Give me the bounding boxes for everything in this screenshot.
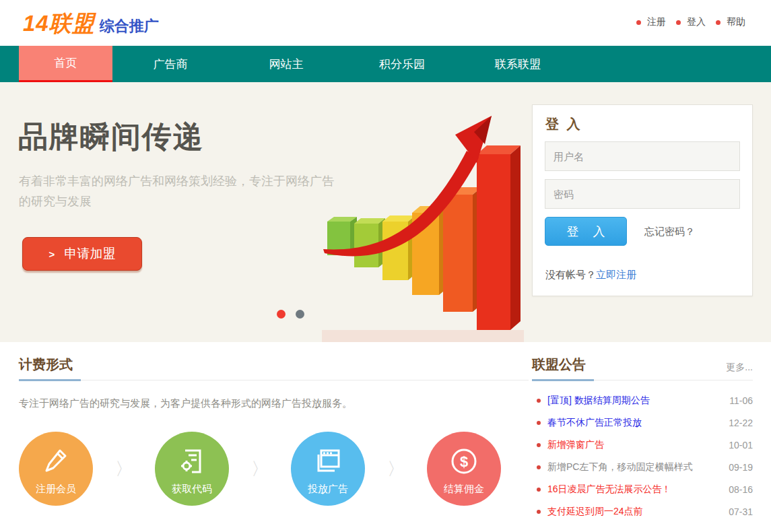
bottom-section: 计费形式 专注于网络广告的研究与发展，为客户提供各种形式的网络广告投放服务。 注… [0, 342, 771, 523]
growth-chart-illustration [315, 90, 537, 342]
hero-title: 品牌瞬间传递 [18, 117, 204, 157]
more-link[interactable]: 更多... [726, 362, 753, 374]
register-link[interactable]: 注册 [647, 16, 666, 28]
announcement-row: 新增PC左下角，移动固定横幅样式 09-19 [532, 456, 753, 478]
announcement-link[interactable]: 新增PC左下角，移动固定横幅样式 [547, 461, 723, 473]
billing-description: 专注于网络广告的研究与发展，为客户提供各种形式的网络广告投放服务。 [19, 397, 529, 410]
announcement-row: 16日凌晨广告无法展示公告！ 08-16 [532, 478, 753, 500]
carousel-dots [277, 310, 304, 319]
billing-title: 计费形式 [19, 356, 73, 374]
password-input[interactable] [545, 179, 740, 209]
nav-tab-points[interactable]: 积分乐园 [344, 46, 460, 82]
carousel-dot[interactable] [296, 310, 304, 319]
help-link[interactable]: 帮助 [727, 16, 745, 28]
nav-tab-home[interactable]: 首页 [19, 46, 112, 82]
bullet-icon [636, 20, 641, 25]
bullet-icon [676, 20, 681, 25]
bullet-icon [537, 488, 541, 492]
forgot-password-link[interactable]: 忘记密码？ [644, 226, 695, 238]
announcement-row: [置顶] 数据结算周期公告 11-06 [532, 389, 753, 411]
step-get-code[interactable]: 获取代码 [155, 432, 229, 506]
logo-secondary-text: 综合推广 [100, 16, 159, 36]
announcements-section-head: 联盟公告 更多... [532, 356, 753, 380]
step-label: 投放广告 [291, 483, 365, 496]
register-now-link[interactable]: 立即注册 [596, 269, 636, 280]
step-label: 获取代码 [155, 483, 229, 496]
announcement-link[interactable]: 16日凌晨广告无法展示公告！ [547, 484, 723, 496]
bullet-icon [537, 510, 541, 514]
login-submit-button[interactable]: 登 入 [545, 217, 627, 246]
announcement-date: 08-16 [729, 484, 753, 495]
step-label: 注册会员 [19, 483, 93, 496]
announcement-date: 10-01 [729, 440, 753, 451]
main-nav: 首页 广告商 网站主 积分乐园 联系联盟 [0, 46, 771, 82]
login-panel-title: 登 入 [545, 115, 582, 133]
apply-join-label: 申请加盟 [64, 245, 115, 263]
announcements-title: 联盟公告 [532, 356, 586, 374]
announcement-row: 春节不休广告正常投放 12-22 [532, 411, 753, 434]
step-place-ads[interactable]: 投放广告 [291, 432, 365, 506]
bullet-icon [537, 443, 541, 447]
announcement-date: 12-22 [729, 418, 753, 428]
chevron-right-icon: 〉 [115, 457, 133, 481]
header-links: 注册 登入 帮助 [636, 16, 749, 28]
nav-tab-advertisers[interactable]: 广告商 [112, 46, 228, 82]
announcement-row: 支付延迟到周一24点前 07-31 [532, 500, 753, 523]
step-register-member[interactable]: 注册会员 [19, 432, 93, 506]
step-label: 结算佣金 [427, 483, 501, 496]
announcement-link[interactable]: 新增弹窗广告 [547, 439, 723, 451]
pencil-icon [19, 445, 93, 480]
announcement-link[interactable]: 支付延迟到周一24点前 [547, 506, 723, 518]
billing-section-head: 计费形式 [19, 356, 529, 380]
login-link[interactable]: 登入 [687, 16, 706, 28]
dollar-coin-icon: $ [427, 445, 501, 480]
username-input[interactable] [545, 141, 740, 171]
carousel-dot-active[interactable] [277, 310, 286, 319]
logo-primary-text: 14联盟 [23, 9, 95, 39]
bullet-icon [537, 421, 541, 425]
announcement-date: 07-31 [729, 506, 753, 517]
browser-windows-icon [291, 445, 365, 480]
nav-tab-webmasters[interactable]: 网站主 [228, 46, 344, 82]
title-underline [532, 379, 594, 381]
chevron-right-icon: > [49, 248, 55, 260]
hero-banner: 品牌瞬间传递 有着非常丰富的网络广告和网络策划经验，专注于网络广告的研究与发展 … [0, 82, 771, 342]
code-document-icon [155, 445, 229, 480]
title-underline [19, 379, 81, 381]
apply-join-button[interactable]: > 申请加盟 [22, 237, 142, 271]
bullet-icon [716, 20, 720, 25]
nav-tab-contact[interactable]: 联系联盟 [460, 46, 576, 82]
register-row: 没有帐号？立即注册 [545, 269, 636, 281]
svg-text:$: $ [460, 453, 468, 470]
chevron-right-icon: 〉 [387, 457, 405, 481]
step-settle-commission[interactable]: $ 结算佣金 [427, 432, 501, 506]
hero-subtitle: 有着非常丰富的网络广告和网络策划经验，专注于网络广告的研究与发展 [19, 171, 342, 211]
announcements-section: 联盟公告 更多... [置顶] 数据结算周期公告 11-06 春节不休广告正常投… [532, 356, 753, 523]
announcement-date: 09-19 [729, 462, 753, 473]
billing-steps: 注册会员 〉 [19, 432, 529, 506]
announcement-date: 11-06 [729, 395, 753, 406]
site-logo[interactable]: 14联盟 综合推广 [23, 9, 159, 39]
announcement-row: 新增弹窗广告 10-01 [532, 434, 753, 456]
announcement-list: [置顶] 数据结算周期公告 11-06 春节不休广告正常投放 12-22 新增弹… [532, 389, 753, 523]
announcement-link[interactable]: [置顶] 数据结算周期公告 [547, 395, 724, 407]
no-account-label: 没有帐号？ [545, 269, 596, 280]
bullet-icon [537, 465, 541, 469]
page-header: 14联盟 综合推广 注册 登入 帮助 [0, 0, 771, 46]
chevron-right-icon: 〉 [251, 457, 269, 481]
login-panel: 登 入 登 入 忘记密码？ 没有帐号？立即注册 [532, 104, 753, 296]
announcement-link[interactable]: 春节不休广告正常投放 [547, 417, 723, 429]
billing-section: 计费形式 专注于网络广告的研究与发展，为客户提供各种形式的网络广告投放服务。 注… [19, 356, 529, 523]
bullet-icon [537, 399, 541, 403]
